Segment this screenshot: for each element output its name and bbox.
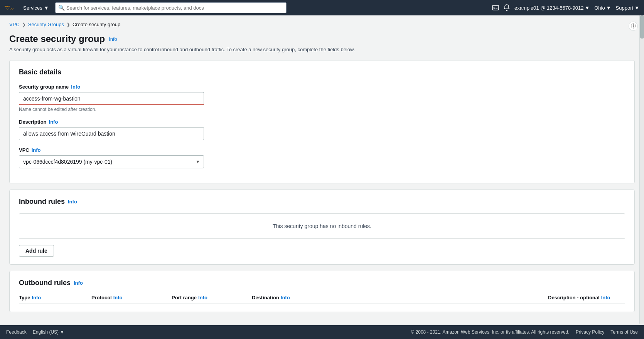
col-protocol-info-link[interactable]: Info	[113, 295, 123, 300]
inbound-rules-panel: Inbound rules Info This security group h…	[9, 190, 635, 265]
outbound-table-header: Type Info Protocol Info Port range Info …	[19, 295, 625, 304]
col-port-range: Port range Info	[172, 295, 249, 300]
nav-right: example01 @ 1234-5678-9012 ▼ Ohio ▼ Supp…	[492, 4, 639, 11]
vpc-field: VPC Info vpc-066dcccf4d8026199 (my-vpc-0…	[19, 147, 625, 168]
page-info-link[interactable]: Info	[109, 36, 117, 42]
support-menu[interactable]: Support ▼	[616, 5, 639, 11]
breadcrumb-security-groups[interactable]: Security Groups	[28, 22, 64, 27]
col-destination-info-link[interactable]: Info	[281, 295, 290, 300]
outbound-rules-info-link[interactable]: Info	[74, 280, 83, 286]
inbound-rules-empty: This security group has no inbound rules…	[19, 213, 625, 239]
top-navigation: aws Services ▼ 🔍 example01 @ 1234-5678-9…	[0, 0, 644, 15]
col-description-info-link[interactable]: Info	[601, 295, 610, 300]
col-protocol: Protocol Info	[91, 295, 169, 300]
basic-details-panel: Basic details Security group name Info N…	[9, 60, 635, 183]
col-destination: Destination Info	[252, 295, 545, 300]
page-subtitle: A security group acts as a virtual firew…	[9, 47, 635, 52]
sg-name-hint: Name cannot be edited after creation.	[19, 107, 625, 112]
vpc-label: VPC Info	[19, 147, 625, 153]
breadcrumb-sep-2: ❯	[66, 22, 70, 27]
vpc-select[interactable]: vpc-066dcccf4d8026199 (my-vpc-01)	[19, 155, 204, 168]
account-chevron-icon: ▼	[585, 5, 590, 11]
inbound-rules-title: Inbound rules Info	[19, 198, 625, 206]
scroll-track[interactable]	[639, 15, 644, 324]
outbound-rules-title: Outbound rules Info	[19, 279, 625, 287]
search-bar[interactable]: 🔍	[55, 2, 287, 13]
sg-name-info-link[interactable]: Info	[71, 84, 80, 90]
inbound-rules-info-link[interactable]: Info	[68, 199, 77, 205]
breadcrumb-vpc[interactable]: VPC	[9, 22, 20, 27]
page-title-row: Create security group Info	[9, 34, 635, 44]
description-input[interactable]	[19, 127, 204, 140]
vpc-info-link[interactable]: Info	[32, 147, 41, 153]
col-port-range-info-link[interactable]: Info	[198, 295, 207, 300]
svg-text:aws: aws	[5, 5, 10, 8]
bell-icon[interactable]	[504, 4, 510, 11]
sg-name-input[interactable]	[19, 92, 204, 105]
page-title: Create security group	[9, 34, 105, 44]
main-content: VPC ❯ Security Groups ❯ Create security …	[0, 15, 644, 324]
help-icon[interactable]: ⓘ	[629, 22, 638, 31]
basic-details-title: Basic details	[19, 68, 625, 76]
scroll-thumb[interactable]	[640, 15, 644, 39]
breadcrumb-sep-1: ❯	[22, 22, 26, 27]
outbound-rules-panel: Outbound rules Info Type Info Protocol I…	[9, 271, 635, 312]
col-description: Description - optional Info	[548, 295, 625, 300]
add-inbound-rule-button[interactable]: Add rule	[19, 245, 54, 257]
description-label: Description Info	[19, 119, 625, 125]
aws-logo[interactable]: aws	[5, 4, 17, 12]
breadcrumb: VPC ❯ Security Groups ❯ Create security …	[9, 22, 635, 27]
vpc-select-wrap: vpc-066dcccf4d8026199 (my-vpc-01) ▼	[19, 155, 204, 168]
region-chevron-icon: ▼	[606, 5, 611, 11]
cloud-shell-icon[interactable]	[492, 4, 499, 11]
services-chevron-icon: ▼	[44, 5, 49, 11]
search-icon: 🔍	[58, 5, 65, 11]
breadcrumb-current: Create security group	[72, 22, 120, 27]
sg-name-field: Security group name Info Name cannot be …	[19, 84, 625, 112]
services-menu[interactable]: Services ▼	[23, 5, 49, 11]
search-input[interactable]	[55, 2, 287, 13]
sg-name-label: Security group name Info	[19, 84, 625, 90]
col-type-info-link[interactable]: Info	[32, 295, 41, 300]
col-type: Type Info	[19, 295, 88, 300]
support-chevron-icon: ▼	[634, 5, 639, 11]
account-menu[interactable]: example01 @ 1234-5678-9012 ▼	[514, 5, 590, 11]
description-info-link[interactable]: Info	[49, 119, 58, 125]
description-field: Description Info	[19, 119, 625, 140]
svg-rect-1	[492, 5, 499, 10]
region-menu[interactable]: Ohio ▼	[594, 5, 611, 11]
